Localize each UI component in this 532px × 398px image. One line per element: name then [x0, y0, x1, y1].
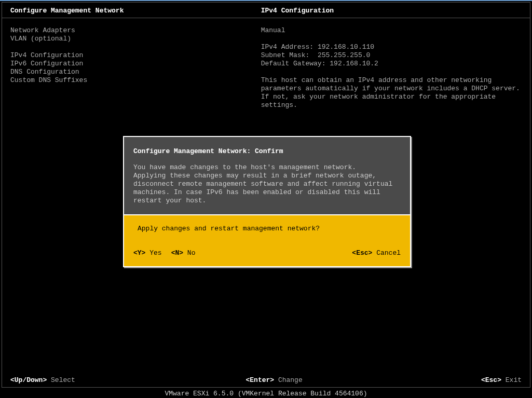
hotkey-updown: <Up/Down> [10, 376, 47, 384]
footer-row: <Up/Down> Select <Enter> Change <Esc> Ex… [10, 376, 522, 384]
cancel-label: Cancel [376, 249, 401, 257]
hotkey-enter: <Enter> [245, 376, 274, 384]
hotkey-esc: <Esc> [481, 376, 501, 384]
footer-hint-select: <Up/Down> Select [10, 376, 245, 384]
window-top-border [0, 0, 532, 1]
no-option[interactable]: <N> No [171, 249, 196, 257]
menu-item-dns-config[interactable]: DNS Configuration [10, 68, 261, 76]
info-mask-line: Subnet Mask: 255.255.255.0 [261, 51, 522, 60]
dialog-header: Configure Management Network: Confirm Yo… [124, 137, 410, 214]
yes-option[interactable]: <Y> Yes [133, 249, 162, 257]
confirm-dialog: Configure Management Network: Confirm Yo… [123, 136, 411, 267]
menu-item-ipv4-config[interactable]: IPv4 Configuration [10, 51, 261, 60]
dialog-message: You have made changes to the host's mana… [133, 163, 401, 205]
dialog-title: Configure Management Network: Confirm [133, 147, 401, 155]
header-right-title: IPv4 Configuration [261, 7, 334, 15]
info-description: This host can obtain an IPv4 address and… [261, 76, 522, 109]
info-ipv4-label: IPv4 Address: [261, 43, 313, 51]
dialog-actions: <Y> Yes <N> No <Esc> Cancel [133, 249, 401, 257]
menu-column: Network Adapters VLAN (optional) IPv4 Co… [10, 26, 261, 109]
dialog-question: Apply changes and restart management net… [133, 225, 401, 232]
menu-item-ipv6-config[interactable]: IPv6 Configuration [10, 60, 261, 68]
no-label: No [187, 249, 196, 257]
info-mask-value: 255.255.255.0 [318, 51, 370, 59]
dialog-body: Apply changes and restart management net… [124, 214, 410, 266]
dialog-message-line2: Applying these changes may result in a b… [133, 172, 401, 205]
info-gw-value: 192.168.10.2 [330, 60, 378, 67]
hotkey-esc-dialog: <Esc> [352, 249, 372, 257]
menu-item-custom-dns-suffixes[interactable]: Custom DNS Suffixes [10, 76, 261, 85]
footer-hint-exit: <Esc> Exit [481, 376, 522, 384]
info-ipv4-line: IPv4 Address: 192.168.10.110 [261, 43, 522, 51]
info-gap [261, 35, 522, 43]
menu-item-vlan[interactable]: VLAN (optional) [10, 35, 261, 43]
menu-item-network-adapters[interactable]: Network Adapters [10, 26, 261, 35]
footer-exit-text: Exit [506, 376, 522, 384]
footer-hint-change: <Enter> Change [245, 376, 481, 384]
hotkey-y: <Y> [133, 249, 145, 257]
footer-select-text: Select [51, 376, 75, 384]
menu-gap [10, 43, 261, 51]
cancel-option[interactable]: <Esc> Cancel [352, 249, 401, 257]
info-mode: Manual [261, 26, 522, 35]
yes-label: Yes [149, 249, 161, 257]
dialog-message-line1: You have made changes to the host's mana… [133, 163, 401, 172]
info-ipv4-value: 192.168.10.110 [318, 43, 374, 51]
console-frame: Configure Management Network IPv4 Config… [2, 2, 530, 388]
header-row: Configure Management Network IPv4 Config… [2, 3, 530, 18]
header-left-title: Configure Management Network [10, 7, 261, 15]
info-panel: Manual IPv4 Address: 192.168.10.110 Subn… [261, 26, 522, 109]
footer-change-text: Change [278, 376, 303, 384]
status-bar: VMware ESXi 6.5.0 (VMKernel Release Buil… [0, 388, 532, 397]
hotkey-n: <N> [171, 249, 183, 257]
info-gw-label: Default Gateway: [261, 60, 326, 67]
content-row: Network Adapters VLAN (optional) IPv4 Co… [2, 18, 530, 109]
info-gw-line: Default Gateway: 192.168.10.2 [261, 60, 522, 68]
info-mask-label: Subnet Mask: [261, 51, 310, 59]
